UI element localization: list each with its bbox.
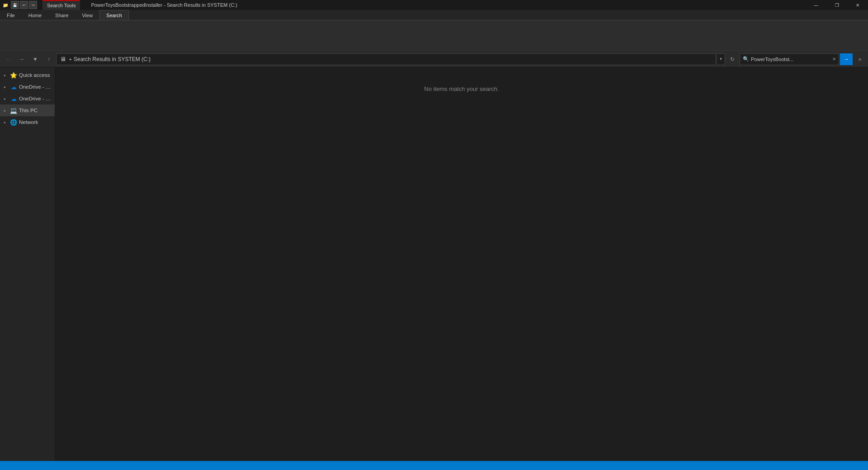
onedrive-personal-label: OneDrive - Personal <box>19 96 53 101</box>
minimize-button[interactable]: — <box>806 0 826 10</box>
tab-home[interactable]: Home <box>22 10 48 20</box>
save-tb-btn[interactable]: 💾 <box>11 1 19 9</box>
tab-share[interactable]: Share <box>48 10 75 20</box>
tab-search-label: Search <box>106 13 122 18</box>
tab-search[interactable]: Search <box>99 10 129 20</box>
tab-file[interactable]: File <box>0 10 22 20</box>
sidebar-item-onedrive-georgia[interactable]: ► ☁ OneDrive - Georgia In <box>0 81 55 93</box>
sidebar-item-quick-access[interactable]: ► ⭐ Quick access <box>0 69 55 81</box>
expand-quick-access-icon[interactable]: ► <box>2 72 8 78</box>
forward-button[interactable]: → <box>15 53 28 66</box>
address-dropdown-button[interactable]: ▼ <box>717 53 725 65</box>
search-tools-tab[interactable]: Search Tools <box>42 0 80 10</box>
folder-icon: 📁 <box>2 1 9 9</box>
address-text: Search Results in SYSTEM (C:) <box>74 56 151 62</box>
quick-access-toolbar: 💾 ↩ ↪ <box>11 1 37 9</box>
back-button[interactable]: ← <box>2 53 14 66</box>
tab-home-label: Home <box>28 13 42 18</box>
quick-access-icon: ⭐ <box>10 71 17 79</box>
expand-button[interactable]: » <box>854 53 866 66</box>
this-pc-label: This PC <box>19 108 38 113</box>
window-controls: — ❐ ✕ <box>806 0 868 10</box>
up-button[interactable]: ↑ <box>42 53 55 66</box>
onedrive-georgia-icon: ☁ <box>10 83 17 90</box>
search-input[interactable] <box>751 57 830 62</box>
tab-view[interactable]: View <box>75 10 99 20</box>
title-bar-left: 📁 💾 ↩ ↪ Search Tools PowerToysBootstrapp… <box>2 0 246 10</box>
quick-access-label: Quick access <box>19 72 50 78</box>
restore-button[interactable]: ❐ <box>826 0 847 10</box>
network-icon: 🌐 <box>10 119 17 126</box>
nav-bar: ← → ▼ ↑ 🖥 ▸ Search Results in SYSTEM (C:… <box>0 51 868 67</box>
search-icon: 🔍 <box>743 56 749 62</box>
this-pc-icon: 💻 <box>10 107 17 114</box>
ribbon: File Home Share View Search <box>0 10 868 51</box>
search-go-button[interactable]: → <box>840 53 853 65</box>
search-bar[interactable]: 🔍 ✕ <box>740 53 839 65</box>
expand-onedrive-georgia-icon[interactable]: ► <box>2 84 8 90</box>
content-area: No items match your search. <box>55 67 868 461</box>
onedrive-georgia-label: OneDrive - Georgia In <box>19 84 53 90</box>
status-bar <box>0 461 868 470</box>
recent-locations-button[interactable]: ▼ <box>29 53 42 66</box>
sidebar-item-network[interactable]: ► 🌐 Network <box>0 116 55 128</box>
tab-view-label: View <box>82 13 93 18</box>
sidebar-item-onedrive-personal[interactable]: ► ☁ OneDrive - Personal <box>0 93 55 104</box>
address-arrow: ▸ <box>70 57 72 62</box>
clear-search-icon[interactable]: ✕ <box>832 57 836 62</box>
window-title: PowerToysBootstrappedInstaller - Search … <box>82 2 246 8</box>
sidebar: ► ⭐ Quick access ► ☁ OneDrive - Georgia … <box>0 67 55 461</box>
no-items-message: No items match your search. <box>424 85 499 92</box>
expand-network-icon[interactable]: ► <box>2 119 8 125</box>
undo-tb-btn[interactable]: ↩ <box>20 1 28 9</box>
expand-this-pc-icon[interactable]: ► <box>2 107 8 114</box>
address-bar[interactable]: 🖥 ▸ Search Results in SYSTEM (C:) <box>56 53 716 65</box>
ribbon-tabs: File Home Share View Search <box>0 10 868 20</box>
tab-share-label: Share <box>55 13 68 18</box>
redo-tb-btn[interactable]: ↪ <box>29 1 37 9</box>
main-layout: ► ⭐ Quick access ► ☁ OneDrive - Georgia … <box>0 67 868 461</box>
address-icon: 🖥 <box>60 56 66 62</box>
title-bar: 📁 💾 ↩ ↪ Search Tools PowerToysBootstrapp… <box>0 0 868 10</box>
network-label: Network <box>19 119 38 125</box>
sidebar-item-this-pc[interactable]: ► 💻 This PC <box>0 104 55 116</box>
tab-file-label: File <box>7 13 15 18</box>
onedrive-personal-icon: ☁ <box>10 95 17 102</box>
close-button[interactable]: ✕ <box>847 0 868 10</box>
refresh-button[interactable]: ↻ <box>726 53 739 66</box>
expand-onedrive-personal-icon[interactable]: ► <box>2 95 8 102</box>
tab-label: Search Tools <box>47 3 75 8</box>
ribbon-content <box>0 20 868 51</box>
